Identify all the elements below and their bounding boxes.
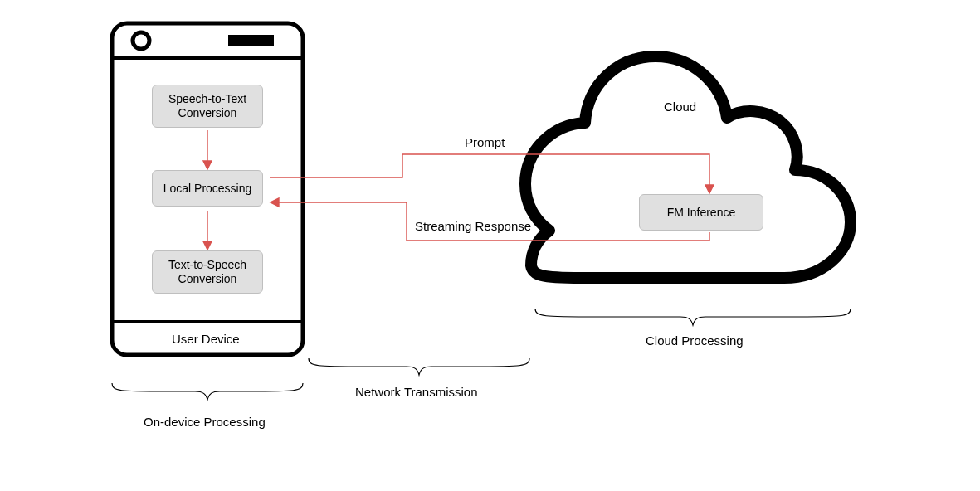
svg-marker-6 — [203, 161, 212, 169]
response-label: Streaming Response — [415, 219, 531, 233]
prompt-label: Prompt — [465, 135, 505, 149]
cloud-icon — [525, 56, 851, 278]
diagram-canvas: Speech-to-Text Conversion Local Processi… — [0, 0, 980, 491]
device-title: User Device — [172, 332, 240, 346]
svg-marker-10 — [271, 198, 279, 207]
network-section-label: Network Transmission — [355, 385, 478, 399]
on-device-section-label: On-device Processing — [144, 415, 266, 429]
local-processing-block: Local Processing — [152, 170, 263, 207]
cloud-section-label: Cloud Processing — [646, 333, 744, 348]
tts-block: Text-to-Speech Conversion — [152, 250, 263, 294]
svg-rect-4 — [228, 35, 274, 46]
svg-marker-8 — [203, 241, 212, 250]
cloud-title: Cloud — [664, 100, 696, 114]
svg-point-3 — [133, 32, 149, 49]
fm-inference-block: FM Inference — [639, 194, 763, 231]
stt-block: Speech-to-Text Conversion — [152, 85, 263, 128]
